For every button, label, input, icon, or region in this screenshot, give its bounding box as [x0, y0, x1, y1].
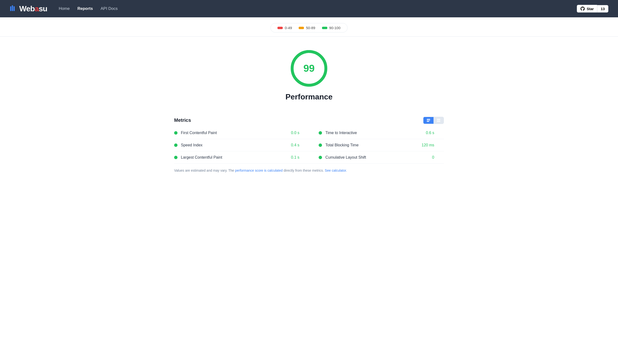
grid-view-icon [437, 119, 440, 122]
nav-home[interactable]: Home [59, 6, 70, 11]
legend-bar: 0-49 50-89 90-100 [0, 17, 618, 36]
metrics-left-col: First Contentful Paint 0.0 s Speed Index… [174, 127, 309, 164]
svg-rect-0 [10, 6, 11, 11]
metric-value-si: 0.4 s [283, 143, 299, 147]
github-star-group: Star 13 [577, 5, 608, 13]
logo-a-text: a [35, 4, 39, 13]
logo-icon [10, 4, 18, 13]
metric-row-tti: Time to Interactive 0.6 s [309, 127, 444, 139]
metrics-right-col: Time to Interactive 0.6 s Total Blocking… [309, 127, 444, 164]
footer-link-see-calculator[interactable]: See calculator. [325, 169, 347, 172]
legend-label-high: 90-100 [329, 26, 341, 30]
github-icon [580, 6, 585, 11]
legend-dot-high [322, 27, 327, 29]
main-nav: Home Reports API Docs [59, 6, 118, 11]
metric-value-fcp: 0.0 s [283, 131, 299, 135]
legend: 0-49 50-89 90-100 [270, 23, 347, 32]
metric-dot-fcp [174, 131, 178, 135]
footer-note: Values are estimated and may vary. The p… [164, 164, 454, 177]
nav-reports[interactable]: Reports [77, 6, 93, 11]
legend-item-low: 0-49 [277, 26, 292, 30]
svg-rect-1 [12, 5, 13, 11]
list-view-icon [427, 119, 430, 122]
footer-link-calculator-info[interactable]: performance score is calculated [235, 169, 283, 172]
metric-row-si: Speed Index 0.4 s [174, 139, 309, 151]
metric-name-cls: Cumulative Layout Shift [325, 155, 417, 160]
star-label: Star [587, 7, 594, 11]
metric-name-tti: Time to Interactive [325, 131, 417, 135]
metric-dot-si [174, 143, 178, 147]
metric-name-fcp: First Contentful Paint [181, 131, 283, 135]
metric-name-lcp: Largest Contentful Paint [181, 155, 283, 160]
metrics-title: Metrics [174, 117, 191, 123]
nav-api-docs[interactable]: API Docs [101, 6, 118, 11]
legend-dot-mid [299, 27, 304, 29]
score-label: Performance [285, 92, 333, 101]
legend-label-low: 0-49 [285, 26, 292, 30]
view-toggle [423, 117, 444, 124]
logo: Webasu [10, 4, 47, 13]
metric-dot-cls [319, 156, 322, 159]
metric-dot-lcp [174, 156, 178, 159]
metrics-header: Metrics [174, 117, 444, 124]
metric-row-cls: Cumulative Layout Shift 0 [309, 151, 444, 164]
footer-text-before: Values are estimated and may vary. The [174, 169, 235, 172]
metric-value-cls: 0 [417, 155, 434, 160]
metric-value-lcp: 0.1 s [283, 155, 299, 160]
logo-su-text: su [39, 4, 47, 13]
score-number: 99 [303, 63, 315, 74]
score-inner: 99 [303, 63, 315, 73]
header: Webasu Home Reports API Docs Star 13 [0, 0, 618, 17]
view-grid-button[interactable] [434, 117, 444, 124]
legend-item-mid: 50-89 [299, 26, 315, 30]
metric-value-tti: 0.6 s [417, 131, 434, 135]
legend-label-mid: 50-89 [306, 26, 315, 30]
metrics-grid: First Contentful Paint 0.0 s Speed Index… [174, 127, 444, 164]
metric-name-si: Speed Index [181, 143, 283, 147]
metric-row-fcp: First Contentful Paint 0.0 s [174, 127, 309, 139]
metric-value-tbt: 120 ms [417, 143, 434, 147]
divider [0, 36, 618, 37]
metric-dot-tti [319, 131, 322, 135]
logo-web-text: Web [19, 4, 35, 13]
legend-dot-low [277, 27, 283, 29]
score-section: 99 Performance [0, 44, 618, 117]
metric-row-tbt: Total Blocking Time 120 ms [309, 139, 444, 151]
score-circle: 99 [290, 49, 328, 88]
metric-dot-tbt [319, 143, 322, 147]
metric-row-lcp: Largest Contentful Paint 0.1 s [174, 151, 309, 164]
star-button[interactable]: Star [577, 5, 597, 13]
view-list-button[interactable] [423, 117, 434, 124]
star-count-button[interactable]: 13 [597, 5, 608, 13]
legend-item-high: 90-100 [322, 26, 341, 30]
svg-rect-2 [13, 6, 15, 11]
footer-text-middle: directly from these metrics. [283, 169, 325, 172]
metrics-section: Metrics First Conte [164, 117, 454, 164]
metric-name-tbt: Total Blocking Time [325, 143, 417, 147]
